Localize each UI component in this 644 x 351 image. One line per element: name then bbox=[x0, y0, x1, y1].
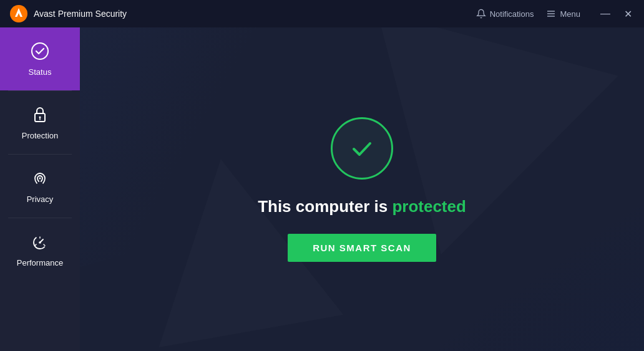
sidebar-item-status[interactable]: Status bbox=[0, 27, 80, 90]
check-circle-icon bbox=[30, 41, 50, 61]
lock-icon bbox=[30, 105, 50, 125]
sidebar-protection-label: Protection bbox=[22, 131, 59, 140]
svg-point-8 bbox=[39, 178, 41, 180]
sidebar-item-protection[interactable]: Protection bbox=[0, 91, 80, 154]
svg-line-13 bbox=[44, 244, 45, 246]
svg-point-4 bbox=[32, 43, 48, 59]
app-title: Avast Premium Security bbox=[34, 9, 127, 19]
run-smart-scan-button[interactable]: RUN SMART SCAN bbox=[288, 234, 436, 262]
sidebar-performance-label: Performance bbox=[17, 258, 63, 267]
sidebar-privacy-label: Privacy bbox=[27, 195, 54, 204]
title-bar-left: Avast Premium Security bbox=[10, 5, 476, 22]
speedometer-icon bbox=[30, 232, 50, 252]
status-content: This computer is protected RUN SMART SCA… bbox=[258, 117, 466, 262]
main-layout: Status Protection Privacy bbox=[0, 27, 644, 351]
sidebar-item-privacy[interactable]: Privacy bbox=[0, 155, 80, 218]
bell-icon bbox=[476, 9, 486, 19]
title-bar-right: Notifications Menu — ✕ bbox=[476, 7, 634, 20]
menu-button[interactable]: Menu bbox=[546, 9, 580, 19]
avast-logo-icon bbox=[10, 5, 27, 22]
status-message: This computer is protected bbox=[258, 197, 466, 216]
sidebar-status-label: Status bbox=[29, 67, 52, 77]
protection-status-circle bbox=[331, 117, 393, 180]
svg-point-11 bbox=[39, 241, 41, 244]
sidebar-item-performance[interactable]: Performance bbox=[0, 218, 80, 281]
window-controls: — ✕ bbox=[599, 7, 634, 20]
status-text-prefix: This computer is bbox=[258, 197, 392, 216]
close-button[interactable]: ✕ bbox=[622, 7, 634, 20]
svg-line-12 bbox=[35, 244, 36, 246]
menu-icon bbox=[546, 9, 556, 19]
minimize-button[interactable]: — bbox=[599, 7, 612, 20]
svg-point-0 bbox=[10, 5, 27, 22]
status-text-highlight: protected bbox=[392, 197, 466, 216]
notifications-button[interactable]: Notifications bbox=[476, 9, 534, 19]
content-area: This computer is protected RUN SMART SCA… bbox=[80, 27, 644, 351]
fingerprint-icon bbox=[30, 168, 50, 188]
title-bar: Avast Premium Security Notifications Men… bbox=[0, 0, 644, 27]
check-icon bbox=[346, 133, 378, 164]
sidebar: Status Protection Privacy bbox=[0, 27, 80, 351]
